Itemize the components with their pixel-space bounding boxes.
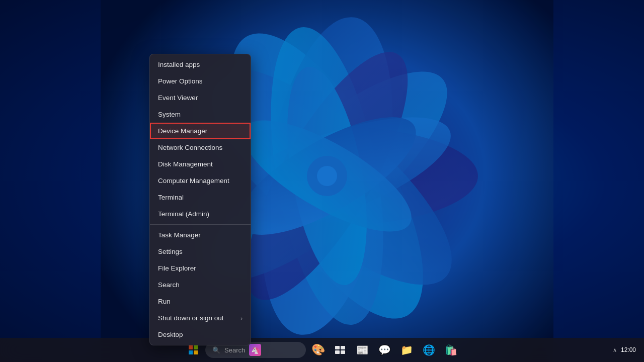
svg-rect-19 (341, 346, 345, 349)
menu-item-label-search: Search (158, 281, 180, 289)
menu-item-task-manager[interactable]: Task Manager (150, 227, 251, 243)
svg-rect-16 (189, 350, 193, 354)
menu-item-search[interactable]: Search (150, 277, 251, 293)
menu-item-label-desktop: Desktop (158, 331, 183, 338)
menu-item-label-system: System (158, 111, 181, 118)
taskbar-store[interactable]: 🛍️ (441, 340, 461, 360)
menu-item-label-run: Run (158, 298, 171, 305)
menu-item-label-disk-management: Disk Management (158, 160, 213, 168)
menu-item-desktop[interactable]: Desktop (150, 326, 251, 343)
menu-item-computer-management[interactable]: Computer Management (150, 172, 251, 189)
system-tray: ∧ 12:00 (613, 346, 636, 353)
menu-item-system[interactable]: System (150, 106, 251, 123)
menu-item-event-viewer[interactable]: Event Viewer (150, 89, 251, 106)
menu-item-label-shutdown-signout: Shut down or sign out (158, 314, 224, 322)
context-menu: Installed appsPower OptionsEvent ViewerS… (149, 54, 251, 345)
menu-item-network-connections[interactable]: Network Connections (150, 139, 251, 156)
menu-item-power-options[interactable]: Power Options (150, 73, 251, 89)
menu-item-label-file-explorer: File Explorer (158, 264, 196, 272)
taskbar-colors[interactable]: 🎨 (308, 340, 328, 360)
menu-item-file-explorer[interactable]: File Explorer (150, 260, 251, 277)
menu-item-disk-management[interactable]: Disk Management (150, 156, 251, 172)
taskbar-teams[interactable]: 💬 (374, 340, 394, 360)
search-icon: 🔍 (212, 346, 220, 354)
menu-item-device-manager[interactable]: Device Manager (150, 123, 251, 139)
menu-item-label-terminal: Terminal (158, 194, 184, 201)
svg-rect-21 (341, 350, 345, 354)
desktop (0, 0, 644, 362)
menu-item-label-computer-management: Computer Management (158, 177, 229, 185)
search-unicorn-icon: 🦄 (249, 344, 261, 356)
taskbar-search-label: Search (224, 346, 245, 354)
taskbar-edge[interactable]: 🌐 (419, 340, 439, 360)
taskview-icon (335, 346, 345, 354)
menu-item-label-installed-apps: Installed apps (158, 61, 200, 68)
menu-item-label-event-viewer: Event Viewer (158, 94, 198, 102)
menu-item-label-power-options: Power Options (158, 77, 203, 85)
menu-item-label-task-manager: Task Manager (158, 231, 201, 239)
menu-item-label-device-manager: Device Manager (158, 127, 207, 135)
tray-chevron[interactable]: ∧ (613, 347, 617, 353)
menu-item-label-terminal-admin: Terminal (Admin) (158, 210, 209, 218)
taskbar: 🔍 Search 🦄 🎨 📰 💬 📁 🌐 🛍️ ∧ 12:00 (0, 338, 644, 362)
svg-rect-14 (189, 345, 193, 349)
taskbar-widgets[interactable]: 📰 (352, 340, 372, 360)
taskbar-taskview[interactable] (330, 340, 350, 360)
menu-item-terminal[interactable]: Terminal (150, 189, 251, 206)
windows-logo-icon (189, 345, 198, 354)
svg-rect-15 (194, 345, 198, 349)
svg-rect-17 (194, 350, 198, 354)
menu-item-settings[interactable]: Settings (150, 243, 251, 260)
svg-rect-18 (335, 346, 340, 349)
taskbar-explorer[interactable]: 📁 (396, 340, 417, 360)
svg-point-13 (317, 166, 337, 186)
menu-item-label-network-connections: Network Connections (158, 144, 222, 151)
menu-item-shutdown-signout[interactable]: Shut down or sign out› (150, 310, 251, 326)
menu-separator (150, 224, 251, 225)
tray-time: 12:00 (621, 346, 636, 353)
svg-rect-20 (335, 350, 340, 354)
menu-arrow-shutdown-signout: › (240, 315, 243, 321)
menu-item-run[interactable]: Run (150, 293, 251, 310)
menu-item-terminal-admin[interactable]: Terminal (Admin) (150, 206, 251, 222)
menu-item-label-settings: Settings (158, 248, 183, 255)
menu-item-installed-apps[interactable]: Installed apps (150, 56, 251, 73)
